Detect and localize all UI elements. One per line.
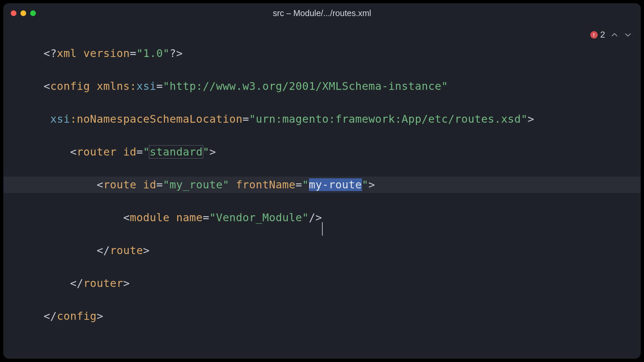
code-line[interactable]: <module name="Vendor_Module"/> <box>3 209 641 226</box>
code-line[interactable]: <router id="standard"> <box>3 144 641 160</box>
code-editor[interactable]: <?xml version="1.0"?> <config xmlns:xsi=… <box>3 23 641 359</box>
code-line[interactable]: xsi:noNamespaceSchemaLocation="urn:magen… <box>3 111 641 127</box>
code-line[interactable]: </router> <box>3 275 641 292</box>
selection-my-route: my-route <box>309 178 362 191</box>
titlebar: src – Module/.../routes.xml <box>3 3 641 23</box>
editor-area[interactable]: ! 2 <?xml version="1.0"?> <config xmlns:… <box>3 23 641 359</box>
zoom-window-button[interactable] <box>30 10 36 16</box>
window-controls <box>3 10 36 16</box>
code-line[interactable]: </route> <box>3 242 641 259</box>
window-title: src – Module/.../routes.xml <box>3 8 641 18</box>
editor-window: src – Module/.../routes.xml ! 2 <?xml ve… <box>3 3 641 359</box>
code-line-active[interactable]: <route id="my_route" frontName="my-route… <box>3 177 641 193</box>
boxed-value-standard: standard <box>149 145 203 159</box>
close-window-button[interactable] <box>11 10 16 16</box>
minimize-window-button[interactable] <box>20 10 26 16</box>
code-line[interactable]: </config> <box>3 308 641 324</box>
code-line[interactable]: <?xml version="1.0"?> <box>3 45 641 62</box>
code-line[interactable]: <config xmlns:xsi="http://www.w3.org/200… <box>3 78 641 95</box>
